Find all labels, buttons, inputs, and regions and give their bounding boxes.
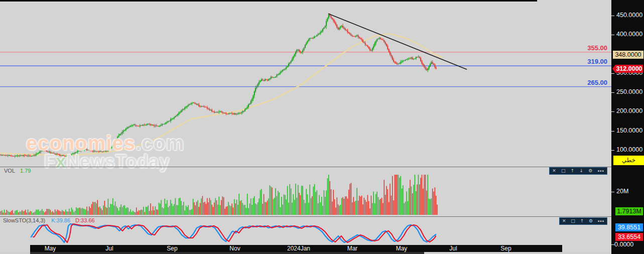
more-icon[interactable]: ▪▪▪ [598,168,604,174]
candle-body [411,58,412,59]
volume-bar [81,208,82,215]
time-axis[interactable]: MayJulSepNov2024JanMarMayJulSep [30,245,562,252]
candle-body [405,60,406,61]
volume-pane-header: VOL1.79 [4,168,31,174]
volume-bar [70,212,71,215]
move-up-icon[interactable]: ↑ [580,218,584,224]
volume-bar [201,198,202,215]
volume-bar [384,180,385,215]
volume-bar [329,181,330,215]
candle-body [307,41,308,43]
volume-bar [37,210,38,215]
candle-body [281,71,282,72]
volume-bar [389,202,390,215]
volume-bar [97,200,98,215]
candle-body [173,118,174,119]
volume-bar [364,198,365,215]
candle-body [313,38,314,39]
pane-separator[interactable] [0,167,611,167]
volume-pane[interactable] [1,175,438,215]
candle-body [19,156,20,156]
close-icon[interactable]: ✕ [552,168,556,174]
candle-body [379,38,380,39]
candle-body [391,55,392,57]
candle-body [336,25,337,28]
settings-icon[interactable]: ⚙ [588,168,592,174]
candle-body [322,29,323,32]
volume-bar [156,209,157,215]
candle-body [342,26,343,28]
volume-bar [429,199,430,215]
move-down-icon[interactable]: ↓ [580,168,584,174]
volume-bar [396,175,397,215]
time-axis-label: Nov [229,245,240,252]
volume-bar [430,199,431,215]
volume-bar [403,185,404,215]
scrollbar-handle[interactable] [30,252,424,254]
more-icon[interactable]: ▪▪▪ [598,218,604,224]
volume-bar [340,205,341,215]
volume-bar [410,180,411,215]
volume-bar [311,198,312,215]
volume-bar [399,178,400,215]
candle-body [367,45,368,47]
volume-bar [29,212,30,215]
candle-body [387,46,388,49]
volume-bar [305,203,306,215]
volume-bar [4,209,5,215]
volume-bar [98,207,99,215]
candle-body [215,112,216,112]
stochastic-pane[interactable] [31,224,436,242]
price-axis-panel[interactable]: 450.0000400.0000300.0000250.0000200.0000… [611,0,644,254]
volume-bar [371,196,372,215]
volume-bar [349,184,350,215]
volume-bar [157,210,158,215]
candle-body [378,39,379,39]
candle-body [393,60,394,62]
candle-body [347,31,348,33]
volume-bar [102,210,103,215]
volume-bar [215,198,216,215]
close-icon[interactable]: ✕ [562,218,566,224]
candle-body [349,33,350,34]
descending-trendline[interactable] [328,14,467,69]
volume-bar [388,189,389,215]
maximize-icon[interactable]: □ [571,218,575,224]
candle-body [24,155,25,156]
settings-icon[interactable]: ⚙ [589,218,593,224]
candle-body [9,155,10,156]
candle-body [233,113,234,114]
volume-bar [155,206,156,215]
volume-bar [406,191,407,215]
volume-bar [337,197,338,215]
candle-body [250,101,251,103]
candle-body [253,95,254,99]
price-axis-label: 200.0000 [616,107,642,114]
volume-bar [35,212,36,215]
volume-bar [200,203,201,215]
volume-bar [239,194,240,215]
volume-bar [385,195,386,215]
maximize-icon[interactable]: □ [561,168,566,174]
pane-separator[interactable] [0,216,611,217]
candle-body [22,155,23,156]
candle-body [273,77,274,78]
candle-body [5,155,6,156]
candle-body [354,36,355,37]
volume-bar [153,206,154,215]
candle-body [148,124,149,124]
candle-body [300,52,301,53]
candle-body [220,111,221,112]
price-axis-tick [611,131,614,132]
move-up-icon[interactable]: ↑ [571,168,575,174]
candle-body [195,103,196,103]
volume-bar [59,211,60,215]
volume-bar [15,211,16,215]
volume-bar [43,211,44,215]
volume-bar [324,190,325,215]
scale-mode-button[interactable]: خطي [613,156,644,165]
volume-bar [391,196,392,215]
volume-bar [179,198,180,215]
volume-bar [3,212,4,215]
volume-bar [170,200,171,215]
